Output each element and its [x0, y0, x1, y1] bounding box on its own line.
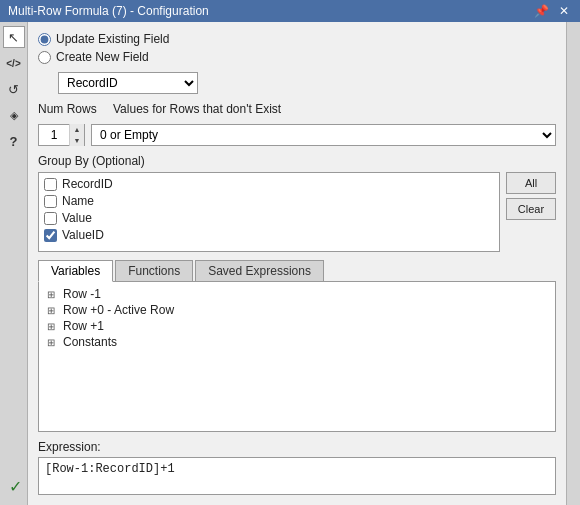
group-by-section: Group By (Optional) RecordID Name Value [38, 154, 556, 252]
check-icon[interactable]: ✓ [4, 475, 26, 497]
group-by-checkbox-value[interactable] [44, 212, 57, 225]
tabs-section: Variables Functions Saved Expressions ⊞ … [38, 260, 556, 432]
group-by-content: RecordID Name Value ValueID [38, 172, 556, 252]
spinner-buttons: ▲ ▼ [69, 124, 84, 146]
left-toolbar: ↖ </> ↺ ◈ ? [0, 22, 28, 505]
field-dropdown-row: RecordID Name Value ValueID [58, 72, 556, 94]
content-area: Update Existing Field Create New Field R… [28, 22, 566, 505]
code-icon[interactable]: </> [3, 52, 25, 74]
tree-item-row-active[interactable]: ⊞ Row +0 - Active Row [43, 302, 551, 318]
title-bar: Multi-Row Formula (7) - Configuration 📌 … [0, 0, 580, 22]
tree-item-row-plus1[interactable]: ⊞ Row +1 [43, 318, 551, 334]
tab-bar: Variables Functions Saved Expressions [38, 260, 556, 282]
create-new-option[interactable]: Create New Field [38, 50, 556, 64]
group-by-item-name[interactable]: Name [42, 193, 496, 209]
values-for-rows-select[interactable]: 0 or Empty Null Error [91, 124, 556, 146]
create-new-radio[interactable] [38, 51, 51, 64]
window-controls: 📌 ✕ [531, 5, 572, 17]
num-rows-section: Num Rows Values for Rows that don't Exis… [38, 102, 556, 116]
update-existing-option[interactable]: Update Existing Field [38, 32, 556, 46]
group-by-label: Group By (Optional) [38, 154, 556, 168]
cursor-icon[interactable]: ↖ [3, 26, 25, 48]
values-row: ▲ ▼ 0 or Empty Null Error [38, 124, 556, 146]
tree-item-row-minus1[interactable]: ⊞ Row -1 [43, 286, 551, 302]
num-rows-label: Num Rows [38, 102, 103, 116]
group-by-checkbox-recordid[interactable] [44, 178, 57, 191]
all-button[interactable]: All [506, 172, 556, 194]
close-button[interactable]: ✕ [556, 5, 572, 17]
update-existing-label: Update Existing Field [56, 32, 169, 46]
expression-label: Expression: [38, 440, 556, 454]
spinner-down-button[interactable]: ▼ [70, 135, 84, 146]
spinner-up-button[interactable]: ▲ [70, 124, 84, 135]
window-title: Multi-Row Formula (7) - Configuration [8, 4, 209, 18]
group-by-item-value[interactable]: Value [42, 210, 496, 226]
group-by-item-recordid[interactable]: RecordID [42, 176, 496, 192]
field-select[interactable]: RecordID Name Value ValueID [58, 72, 198, 94]
pin-button[interactable]: 📌 [531, 5, 552, 17]
values-for-rows-label: Values for Rows that don't Exist [113, 102, 281, 116]
expander-row-active: ⊞ [47, 305, 59, 316]
group-by-item-valueid[interactable]: ValueID [42, 227, 496, 243]
tab-content: ⊞ Row -1 ⊞ Row +0 - Active Row ⊞ Row +1 … [38, 282, 556, 432]
update-existing-radio[interactable] [38, 33, 51, 46]
group-by-checkbox-valueid[interactable] [44, 229, 57, 242]
num-rows-input-wrap: ▲ ▼ [38, 124, 85, 146]
refresh-icon[interactable]: ↺ [3, 78, 25, 100]
expander-constants: ⊞ [47, 337, 59, 348]
create-new-label: Create New Field [56, 50, 149, 64]
tab-saved-expressions[interactable]: Saved Expressions [195, 260, 324, 281]
expander-row-minus1: ⊞ [47, 289, 59, 300]
tag-icon[interactable]: ◈ [3, 104, 25, 126]
expression-box[interactable]: [Row-1:RecordID]+1 [38, 457, 556, 495]
right-scrollbar[interactable] [566, 22, 580, 505]
tree-item-constants[interactable]: ⊞ Constants [43, 334, 551, 350]
help-icon[interactable]: ? [3, 130, 25, 152]
tab-functions[interactable]: Functions [115, 260, 193, 281]
num-rows-input[interactable] [39, 127, 69, 143]
radio-group: Update Existing Field Create New Field [38, 32, 556, 64]
group-by-list: RecordID Name Value ValueID [38, 172, 500, 252]
group-by-buttons: All Clear [506, 172, 556, 252]
expander-row-plus1: ⊞ [47, 321, 59, 332]
clear-button[interactable]: Clear [506, 198, 556, 220]
tab-variables[interactable]: Variables [38, 260, 113, 282]
expression-section: Expression: [Row-1:RecordID]+1 [38, 440, 556, 495]
group-by-checkbox-name[interactable] [44, 195, 57, 208]
